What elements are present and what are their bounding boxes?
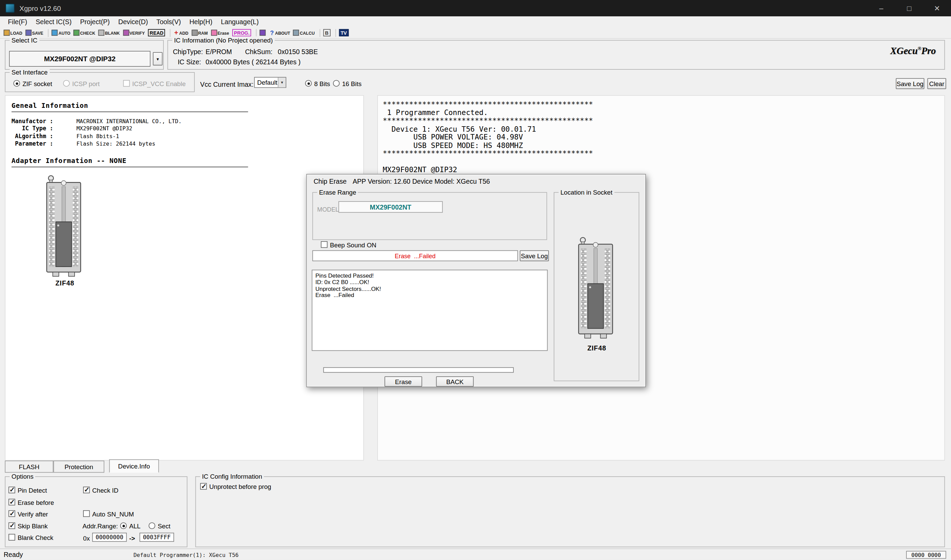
close-button[interactable]: ✕ — [923, 0, 951, 16]
maximize-button[interactable]: □ — [895, 0, 923, 16]
verify-after-checkbox[interactable]: Verify after — [9, 510, 48, 517]
icsize-label: IC Size: — [178, 58, 201, 65]
select-ic-group-label: Select IC — [10, 36, 40, 44]
toolbar-check-button[interactable]: CHECK — [73, 28, 96, 38]
options-group-label: Options — [10, 472, 36, 480]
auto-sn-num-checkbox[interactable]: Auto SN_NUM — [83, 510, 134, 517]
toolbar-erase-label: Erase — [218, 31, 229, 35]
addr-range-all-radio[interactable]: ALL — [120, 522, 140, 530]
chksum-label: ChkSum: — [245, 48, 273, 55]
tab-protection-label: Protection — [64, 463, 93, 470]
ic-information-group-label: IC Information (No Project opened) — [172, 36, 275, 44]
save-log-button[interactable]: Save Log — [896, 78, 925, 89]
menu-tools[interactable]: Tools(V) — [152, 18, 185, 25]
blank-check-box — [9, 534, 15, 541]
tab-device-info-label: Device.Info — [118, 462, 150, 469]
log-line: USB POWER VOLTAGE: 04.98V — [383, 133, 942, 142]
ic-select-combobox[interactable]: MX29F002NT @DIP32 — [9, 51, 150, 67]
dialog-zif48-socket-label: ZIF48 — [577, 344, 616, 351]
icsp-vcc-enable-checkbox: ICSP_VCC Enable — [123, 79, 186, 87]
skip-blank-checkbox[interactable]: Skip Blank — [9, 522, 48, 530]
toolbar-byte-swap-button[interactable]: B — [323, 28, 331, 38]
menu-file[interactable]: File(F) — [4, 18, 32, 25]
menu-language[interactable]: Language(L) — [216, 18, 263, 25]
chevron-down-icon: ▼ — [156, 57, 159, 61]
ic-config-group-label: IC Config Information — [200, 472, 264, 480]
erase-icon — [211, 29, 217, 36]
dialog-title: Chip Erase — [313, 177, 347, 185]
zif-socket-radio-label: ZIF socket — [23, 80, 52, 87]
toolbar-blank-label: BLANK — [105, 31, 120, 35]
beep-sound-checkbox[interactable]: Beep Sound ON — [321, 240, 376, 248]
chiptype-value: E/PROM — [206, 48, 232, 55]
blank-check-label: Blank Check — [18, 534, 54, 541]
unprotect-before-prog-checkbox[interactable]: Unprotect before prog — [200, 482, 272, 490]
menu-help[interactable]: Help(H) — [185, 18, 216, 25]
minimize-button[interactable]: – — [867, 0, 895, 16]
back-button[interactable]: BACK — [436, 376, 474, 386]
menu-device[interactable]: Device(D) — [114, 18, 152, 25]
tv-mode-icon: TV — [339, 29, 349, 36]
toolbar-calcu-button[interactable]: CALCU — [292, 28, 315, 38]
status-ready-text: Ready — [4, 551, 23, 558]
toolbar-read-button[interactable]: READ — [147, 28, 166, 38]
auto-sn-num-box — [83, 510, 90, 517]
check-id-checkbox[interactable]: Check ID — [83, 486, 119, 494]
icsp-port-radio: ICSP port — [63, 79, 99, 87]
toolbar-verify-button[interactable]: VERIFY — [122, 28, 145, 38]
app-window: Xgpro v12.60 – □ ✕ File(F) Select IC(S) … — [0, 0, 951, 560]
pin-detect-checkbox[interactable]: Pin Detect — [9, 486, 47, 494]
toolbar-blank-button[interactable]: BLANK — [98, 28, 120, 38]
clear-button[interactable]: Clear — [928, 78, 946, 89]
tab-flash[interactable]: FLASH — [5, 461, 54, 473]
tab-device-info[interactable]: Device.Info — [109, 459, 159, 472]
erase-button-label: Erase — [395, 378, 412, 385]
manufactor-value: MACRONIX INTERNATIONAL CO., LTD. — [76, 118, 182, 124]
toolbar-auto-button[interactable]: AUTO — [51, 28, 71, 38]
selected-ic-value: MX29F002NT @DIP32 — [44, 55, 116, 62]
vcc-current-label: Vcc Current Imax: — [200, 81, 254, 88]
auto-program-icon — [52, 29, 58, 36]
menu-select-ic[interactable]: Select IC(S) — [31, 18, 76, 25]
addr-to-input[interactable] — [140, 533, 174, 542]
zif-socket-radio[interactable]: ZIF socket — [13, 79, 52, 87]
check-ic-icon — [74, 29, 80, 36]
erase-before-box — [9, 499, 15, 506]
dialog-save-log-button[interactable]: Save Log — [520, 251, 549, 261]
menu-project[interactable]: Project(P) — [76, 18, 114, 25]
pin-detect-label: Pin Detect — [18, 486, 47, 493]
addr-sect-radio-circle — [148, 522, 155, 529]
status-bar: Ready Default Programmer(1): XGecu T56 0… — [0, 548, 951, 560]
ic-select-dropdown-button[interactable]: ▼ — [153, 52, 163, 65]
status-programmer-text: Default Programmer(1): XGecu T56 — [133, 552, 239, 558]
result-line: Erase ...Failed — [315, 292, 544, 299]
model-field: MX29F002NT — [338, 201, 443, 212]
log-line: MX29F002NT @DIP32 — [383, 166, 942, 174]
bits16-radio[interactable]: 16 Bits — [333, 79, 361, 87]
toolbar-verify-label: VERIFY — [130, 31, 145, 35]
erase-before-checkbox[interactable]: Erase before — [9, 498, 54, 506]
log-line: ****************************************… — [383, 150, 942, 158]
verify-icon — [123, 29, 129, 36]
vcc-current-select[interactable]: Default ▼ — [254, 77, 286, 88]
erase-result-list[interactable]: Pins Detected Passed! ID: 0x C2 B0 .....… — [312, 270, 548, 351]
info-row-ic-type: IC Type :MX29F002NT @DIP32 — [12, 125, 182, 132]
model-label: MODEL — [317, 206, 339, 213]
toolbar-load-label: LOAD — [10, 31, 22, 35]
addr-from-input[interactable] — [92, 533, 127, 542]
erase-before-label: Erase before — [18, 498, 54, 506]
dialog-subtitle: APP Version: 12.60 Device Model: XGecu T… — [353, 177, 490, 185]
info-row-algorithm: ALgorithm :Flash 8bits-1 — [12, 132, 182, 140]
tab-protection[interactable]: Protection — [54, 461, 105, 473]
toolbar-tv-button[interactable]: TV — [338, 28, 349, 38]
result-line: Pins Detected Passed! — [315, 273, 544, 279]
toolbar-calcu-label: CALCU — [300, 31, 315, 35]
log-text: ****************************************… — [383, 101, 942, 174]
result-line: Unprotect Sectors......OK! — [315, 286, 544, 292]
blank-check-checkbox[interactable]: Blank Check — [9, 534, 54, 541]
erase-button[interactable]: Erase — [384, 376, 422, 386]
parameter-label: Parameter : — [12, 140, 77, 147]
bits8-radio[interactable]: 8 Bits — [305, 79, 330, 87]
vcc-current-value: Default — [257, 79, 277, 86]
addr-range-sect-radio[interactable]: Sect — [148, 522, 170, 530]
